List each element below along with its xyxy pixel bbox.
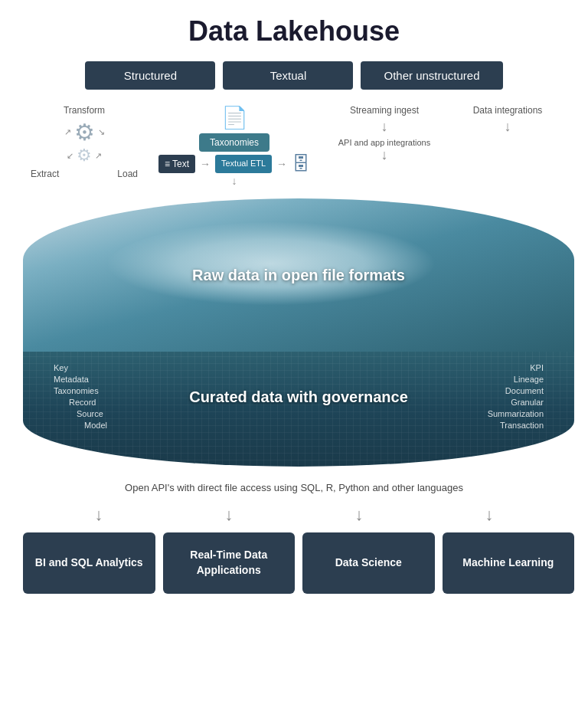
meta-model: Model	[84, 421, 130, 430]
meta-metadata: Metadata	[54, 375, 130, 384]
doc-stack-icon: 📄	[221, 106, 248, 129]
data-type-structured: Structured	[85, 61, 215, 90]
data-lake: Raw data in open file formats Key Metada…	[23, 198, 574, 467]
output-arrow-1: ↓	[41, 505, 156, 525]
api-arrow-down: ↓	[381, 147, 388, 163]
output-arrow-4: ↓	[432, 505, 547, 525]
data-types-row: Structured Textual Other unstructured	[23, 61, 565, 90]
raw-data-label: Raw data in open file formats	[192, 267, 405, 284]
textual-etl-label: Textual ETL	[215, 155, 272, 172]
curated-data-label: Curated data with governance	[189, 387, 408, 407]
output-arrow-3: ↓	[302, 505, 416, 525]
meta-key: Key	[54, 363, 130, 372]
output-realtime: Real-Time Data Applications	[163, 532, 296, 594]
ingestion-section: Transform ↗ ⚙ ↘ ↙ ⚙ ↗ Extract Load 📄 Tax…	[23, 105, 565, 187]
lake-top: Raw data in open file formats	[23, 198, 574, 352]
meta-summarization: Summarization	[488, 409, 544, 418]
text-box: ≡ Text	[158, 155, 195, 173]
textual-arrow-down: ↓	[232, 175, 237, 187]
api-text: Open API's with direct file access using…	[23, 482, 565, 493]
text-label: ≡	[165, 159, 170, 169]
output-arrow-2: ↓	[172, 505, 286, 525]
api-integrations-label: API and app integrations	[338, 138, 430, 147]
etl-block: Transform ↗ ⚙ ↘ ↙ ⚙ ↗ Extract Load	[31, 105, 138, 179]
meta-taxonomies: Taxonomies	[54, 386, 130, 395]
lake-bottom: Key Metadata Taxonomies Record Source Mo…	[23, 352, 574, 467]
load-label: Load	[117, 169, 138, 179]
text-word: Text	[172, 159, 189, 169]
integrations-arrow-down: ↓	[505, 119, 511, 135]
data-type-textual: Textual	[223, 61, 353, 90]
meta-kpi: KPI	[530, 363, 544, 372]
integrations-block: Data integrations ↓	[458, 105, 557, 135]
page-title: Data Lakehouse	[188, 15, 400, 48]
etl-labels: Extract Load	[31, 169, 138, 179]
textual-etl-block: 📄 Taxonomies ≡ Text → Textual ETL → 🗄 ↓	[158, 105, 311, 187]
streaming-arrow-down: ↓	[381, 119, 388, 135]
output-boxes: BI and SQL Analytics Real-Time Data Appl…	[23, 532, 574, 594]
water-blob	[106, 221, 436, 306]
meta-granular: Granular	[511, 398, 544, 407]
meta-source: Source	[77, 409, 130, 418]
streaming-label: Streaming ingest	[350, 105, 419, 116]
output-arrows: ↓ ↓ ↓ ↓	[34, 505, 554, 525]
integrations-label: Data integrations	[473, 105, 543, 116]
output-data-science: Data Science	[302, 532, 435, 594]
meta-document: Document	[505, 386, 544, 395]
streaming-block: Streaming ingest ↓ API and app integrati…	[331, 105, 438, 163]
arrow-right-icon-2: →	[276, 158, 287, 170]
data-type-unstructured: Other unstructured	[361, 61, 502, 90]
arrow-right-icon: →	[200, 158, 211, 170]
meta-lineage: Lineage	[514, 375, 544, 384]
output-bi-sql: BI and SQL Analytics	[23, 532, 155, 594]
meta-record: Record	[69, 398, 130, 407]
extract-label: Extract	[31, 169, 59, 179]
output-ml: Machine Learning	[443, 532, 575, 594]
textual-pipeline: ≡ Text → Textual ETL → 🗄	[158, 153, 310, 175]
meta-transaction: Transaction	[500, 421, 544, 430]
database-icon: 🗄	[292, 153, 310, 175]
taxonomies-box: Taxonomies	[199, 133, 270, 152]
transform-label: Transform	[31, 105, 138, 116]
